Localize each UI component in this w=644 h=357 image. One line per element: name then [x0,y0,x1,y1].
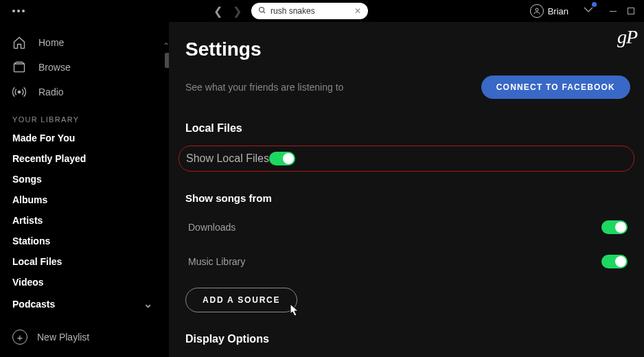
sidebar: ⌃ Home Browse Radio YOUR LIBRARY Made Fo… [0,22,169,357]
display-options-header: Display Options [185,333,630,345]
notification-button[interactable] [582,3,595,19]
source-row-downloads: Downloads [185,216,630,238]
user-menu[interactable]: Brian [530,4,568,18]
notification-dot-icon [592,2,597,7]
window-maximize-button[interactable] [628,8,634,14]
window-minimize-button[interactable] [610,11,617,12]
sidebar-item-artists[interactable]: Artists [0,210,169,231]
watermark: gP [617,26,637,48]
sidebar-item-local-files[interactable]: Local Files [0,251,169,272]
sidebar-item-label: Podcasts [12,299,55,310]
top-bar: ❮ ❯ rush snakes ✕ Brian [0,0,644,22]
browse-icon [12,60,26,74]
new-playlist-label: New Playlist [37,332,89,343]
local-files-header: Local Files [185,122,630,135]
sidebar-item-home[interactable]: Home [0,30,169,55]
library-header: YOUR LIBRARY [0,104,169,128]
settings-panel: gP Settings See what your friends are li… [169,22,644,357]
add-source-button[interactable]: ADD A SOURCE [185,288,297,312]
sidebar-item-label: Radio [38,87,64,97]
svg-point-0 [260,7,264,12]
svg-point-2 [536,8,538,11]
svg-rect-3 [14,64,25,72]
radio-icon [12,85,26,99]
app-menu-icon[interactable] [12,10,25,12]
search-value: rush snakes [271,6,350,16]
show-local-files-label: Show Local Files [186,152,269,165]
sidebar-item-recently-played[interactable]: Recently Played [0,148,169,169]
sidebar-item-podcasts[interactable]: Podcasts ⌄ [0,292,169,315]
clear-search-icon[interactable]: ✕ [354,6,361,16]
show-local-files-row: Show Local Files [179,146,634,172]
search-icon [258,6,266,16]
source-label: Downloads [188,222,601,233]
show-local-files-toggle[interactable] [269,152,295,165]
nav-forward-button[interactable]: ❯ [229,5,244,18]
chevron-down-icon: ⌄ [143,297,152,310]
source-label: Music Library [188,256,601,267]
nav-back-button[interactable]: ❮ [210,5,225,18]
sidebar-item-albums[interactable]: Albums [0,189,169,210]
new-playlist-button[interactable]: + New Playlist [0,320,169,357]
sidebar-item-label: Home [38,37,64,48]
svg-line-1 [264,11,266,13]
friends-activity-text: See what your friends are listening to [185,82,468,93]
sidebar-item-made-for-you[interactable]: Made For You [0,128,169,148]
sidebar-item-stations[interactable]: Stations [0,231,169,251]
avatar-icon [530,4,544,18]
sidebar-item-videos[interactable]: Videos [0,272,169,292]
sidebar-item-label: Browse [38,62,71,73]
user-name: Brian [548,6,568,16]
source-toggle-downloads[interactable] [601,220,628,234]
show-songs-from-header: Show songs from [185,192,630,204]
page-title: Settings [185,38,630,60]
plus-icon: + [12,330,27,345]
home-icon [12,36,26,49]
search-input[interactable]: rush snakes ✕ [251,3,368,19]
svg-point-4 [18,91,20,93]
sidebar-item-browse[interactable]: Browse [0,55,169,80]
source-toggle-music-library[interactable] [601,255,628,268]
sidebar-item-songs[interactable]: Songs [0,169,169,189]
source-row-music-library: Music Library [185,251,630,273]
connect-facebook-button[interactable]: CONNECT TO FACEBOOK [481,76,630,99]
sidebar-item-radio[interactable]: Radio [0,80,169,104]
